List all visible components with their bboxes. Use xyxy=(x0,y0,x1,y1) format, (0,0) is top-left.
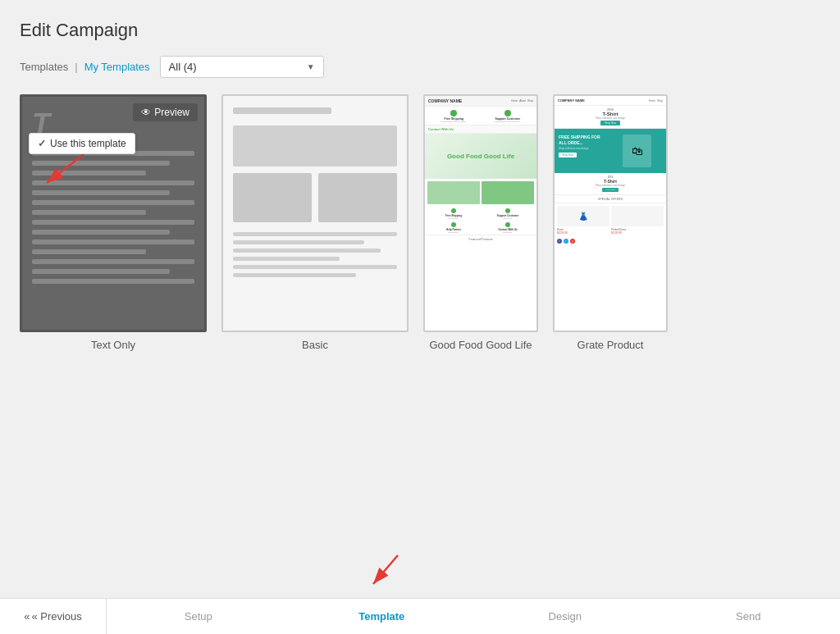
facebook-icon[interactable]: f xyxy=(557,239,562,244)
food-feature-2: Support Customer Lorem ipsum... xyxy=(482,208,534,219)
tab-my-templates[interactable]: My Templates xyxy=(84,61,150,73)
food-partner-desc-1: Lorem ipsum... xyxy=(427,231,480,233)
basic-line-1 xyxy=(233,232,397,236)
product-btn-2[interactable]: Shop Now xyxy=(602,188,619,192)
product-img-icon-1: 👗 xyxy=(578,212,588,221)
twitter-icon[interactable]: t xyxy=(564,239,568,244)
basic-banner xyxy=(233,125,397,166)
food-feature-icon-2 xyxy=(505,208,510,213)
tab-templates[interactable]: Templates xyxy=(20,61,68,73)
product-hero-text: FREE SHIPPING FOR ALL ORDE... Shop colle… xyxy=(559,135,609,167)
food-partner-icon-1 xyxy=(451,222,456,227)
food-free-shipping: Free Shipping Lorem ipsum dolor sit amet… xyxy=(428,110,480,123)
template-label-product: Grate Product xyxy=(578,339,644,351)
product-tshirt-desc-2: Shop collection new design xyxy=(558,184,663,187)
basic-header-bar xyxy=(233,107,331,114)
product-special-text: SPECIAL OFFERS xyxy=(598,198,623,201)
food-product-img-1 xyxy=(427,181,480,204)
basic-lines xyxy=(233,232,397,277)
food-support-icon xyxy=(504,110,511,116)
product-preview: COMPANY NAME Home Shop 2016 T-Shirt Shop… xyxy=(555,96,666,331)
template-item-food[interactable]: COMPANY NAME Home About Shop Free Shippi… xyxy=(423,94,538,351)
product-img-2 xyxy=(611,206,664,226)
template-item-basic[interactable]: Basic xyxy=(221,94,409,351)
template-item-product[interactable]: COMPANY NAME Home Shop 2016 T-Shirt Shop… xyxy=(553,94,668,351)
templates-grid: T 👁 Pr xyxy=(20,94,820,351)
step-setup[interactable]: Setup xyxy=(107,599,290,634)
text-only-preview: T xyxy=(22,97,204,330)
food-product-img-2 xyxy=(482,181,534,204)
product-nav-item-1: Home xyxy=(649,99,655,103)
use-template-tooltip[interactable]: ✓ Use this template xyxy=(29,133,135,154)
product-logo: COMPANY NAME xyxy=(558,98,585,103)
template-thumb-basic[interactable] xyxy=(221,94,409,332)
bag-icon: 🛍 xyxy=(632,144,643,157)
food-shipping-icon xyxy=(450,110,457,116)
text-line-13 xyxy=(32,269,170,274)
food-nav: Home About Shop xyxy=(511,99,533,103)
checkmark-icon: ✓ xyxy=(38,138,46,149)
food-support: Support Customer Lorem ipsum dolor sit a… xyxy=(482,110,534,123)
food-feature-row: Free Shipping Lorem ipsum... Support Cus… xyxy=(425,207,536,221)
text-line-5 xyxy=(32,190,170,195)
food-featured-label: Featured Products xyxy=(425,235,536,243)
food-shipping-row: Free Shipping Lorem ipsum dolor sit amet… xyxy=(425,107,536,125)
product-hero-desc: Shop collection new design xyxy=(559,147,609,150)
prev-button[interactable]: « « Previous xyxy=(0,599,107,634)
basic-line-3 xyxy=(233,249,381,253)
step-arrow-annotation xyxy=(357,551,406,592)
product-img-1: 👗 xyxy=(557,206,609,226)
product-hero-title: FREE SHIPPING FOR ALL ORDE... xyxy=(559,135,609,145)
text-line-4 xyxy=(32,180,194,185)
basic-preview xyxy=(223,96,407,331)
pinterest-icon[interactable]: p xyxy=(570,239,575,244)
dropdown-arrow: ▼ xyxy=(307,62,315,71)
step-design[interactable]: Design xyxy=(473,599,657,634)
text-line-12 xyxy=(32,259,194,264)
template-thumb-text-only[interactable]: T 👁 Pr xyxy=(20,94,207,332)
basic-line-6 xyxy=(233,273,356,277)
preview-button[interactable]: 👁 Preview xyxy=(133,103,198,121)
template-filter-dropdown[interactable]: All (4) ▼ xyxy=(160,56,324,78)
food-nav-item-3: Shop xyxy=(527,99,533,103)
bottom-nav-steps: Setup Template Design Send xyxy=(107,599,840,634)
food-contact-label: Contact With Us xyxy=(428,127,533,131)
basic-line-4 xyxy=(233,257,340,261)
food-feature-icon-1 xyxy=(451,208,456,213)
filter-bar: Templates | My Templates All (4) ▼ xyxy=(20,56,820,78)
template-item-text-only[interactable]: T 👁 Pr xyxy=(20,94,207,351)
food-feature-desc-1: Lorem ipsum... xyxy=(427,217,480,219)
text-line-8 xyxy=(32,220,194,225)
step-send[interactable]: Send xyxy=(657,599,841,634)
product-social-row: f t p xyxy=(555,237,666,245)
main-content: Edit Campaign Templates | My Templates A… xyxy=(0,0,840,598)
basic-box-left xyxy=(233,173,312,222)
food-preview: COMPANY NAME Home About Shop Free Shippi… xyxy=(425,96,536,331)
food-nav-item-2: About xyxy=(519,99,526,103)
food-header: COMPANY NAME Home About Shop xyxy=(425,96,536,107)
template-thumb-product[interactable]: COMPANY NAME Home Shop 2016 T-Shirt Shop… xyxy=(553,94,668,332)
food-hero-text: Good Food Good Life xyxy=(447,153,514,161)
product-hero-btn[interactable]: Shop Now xyxy=(559,153,577,157)
product-shopping-bag: 🛍 xyxy=(623,135,651,167)
food-partner-icon-2 xyxy=(505,222,510,227)
product-shop-btn[interactable]: Shop Now xyxy=(600,121,620,125)
food-partner-row: Help Partner Lorem ipsum... Contact With… xyxy=(425,221,536,235)
product-hero-image: 🛍 xyxy=(612,135,662,167)
basic-line-2 xyxy=(233,240,364,244)
filter-separator: | xyxy=(75,61,77,73)
step-template[interactable]: Template xyxy=(290,599,474,634)
template-label-text-only: Text Only xyxy=(91,339,135,351)
basic-box-right xyxy=(318,173,397,222)
food-shipping-desc: Lorem ipsum dolor sit amet... xyxy=(428,121,480,123)
basic-line-5 xyxy=(233,265,397,269)
product-item-price-1: $219.00 xyxy=(557,231,609,235)
food-support-desc: Lorem ipsum dolor sit amet... xyxy=(482,121,534,123)
svg-line-3 xyxy=(373,555,398,584)
template-thumb-food[interactable]: COMPANY NAME Home About Shop Free Shippi… xyxy=(423,94,538,332)
template-label-food: Good Food Good Life xyxy=(429,339,532,351)
product-nav: Home Shop xyxy=(649,99,663,103)
product-special-offers: SPECIAL OFFERS xyxy=(555,195,666,203)
text-line-3 xyxy=(32,171,146,176)
dropdown-label: All (4) xyxy=(169,61,197,73)
